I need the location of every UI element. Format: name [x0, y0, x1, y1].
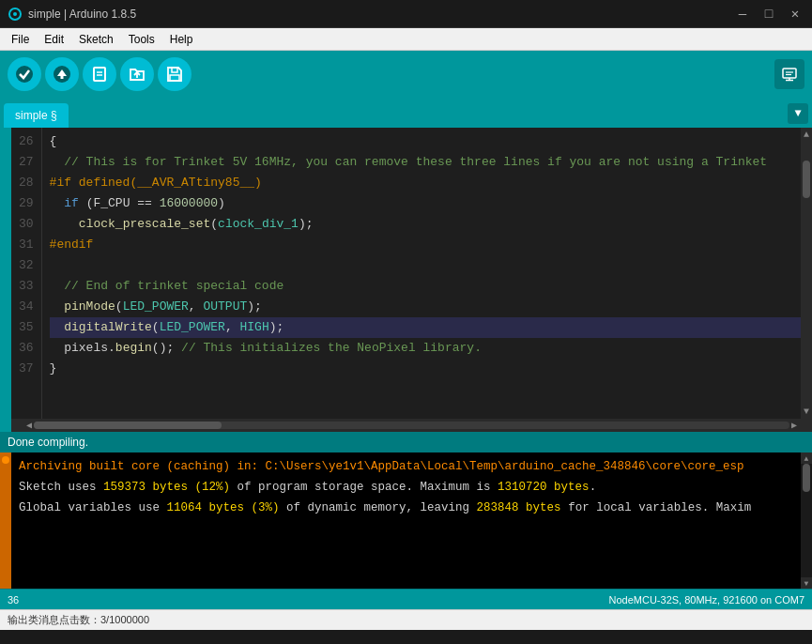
menu-edit[interactable]: Edit	[37, 31, 71, 48]
line-numbers: 26 27 28 29 30 31 32 33 34 35 36 37	[11, 128, 42, 419]
bottom-status-bar: 36 NodeMCU-32S, 80MHz, 921600 on COM7	[0, 589, 812, 609]
app-icon	[8, 7, 23, 22]
maximize-button[interactable]: □	[759, 5, 778, 23]
new-button[interactable]	[83, 57, 116, 91]
svg-rect-11	[170, 75, 179, 81]
code-line-29: if (F_CPU == 16000000)	[50, 193, 804, 214]
code-line-26: {	[50, 131, 804, 152]
horizontal-scroll-area: ◀ ▶	[0, 419, 812, 432]
verify-button[interactable]	[8, 57, 41, 91]
tab-simple[interactable]: simple §	[4, 103, 69, 128]
very-bottom-bar: 输出类消息点击数：3/1000000	[0, 609, 812, 630]
save-button[interactable]	[158, 57, 192, 91]
menu-help[interactable]: Help	[162, 31, 201, 48]
code-line-36: pixels.begin(); // This initializes the …	[50, 338, 804, 359]
output-line-3: Global variables use 11064 bytes (3%) of…	[11, 498, 812, 518]
status-text: Done compiling.	[8, 436, 88, 449]
code-editor[interactable]: 26 27 28 29 30 31 32 33 34 35 36 37 { //…	[11, 128, 812, 419]
scroll-up-arrow[interactable]: ▲	[802, 128, 811, 142]
svg-rect-5	[61, 76, 64, 79]
output-vertical-scrollbar[interactable]: ▲ ▼	[801, 452, 812, 589]
message-count: 输出类消息点击数：3/1000000	[8, 613, 149, 627]
svg-rect-12	[783, 69, 796, 78]
output-scroll-thumb[interactable]	[803, 464, 810, 492]
output-console[interactable]: Archiving built core (caching) in: C:\Us…	[11, 452, 812, 589]
horizontal-scrollbar[interactable]: ◀ ▶	[11, 419, 812, 432]
h-scroll-container: ◀ ▶	[11, 419, 812, 432]
menu-tools[interactable]: Tools	[121, 31, 162, 48]
output-line-1: Archiving built core (caching) in: C:\Us…	[11, 456, 812, 477]
code-line-37: }	[50, 359, 804, 379]
code-line-27: // This is for Trinket 5V 16MHz, you can…	[50, 152, 804, 173]
output-scroll-down[interactable]: ▼	[801, 577, 812, 589]
minimize-button[interactable]: —	[733, 5, 752, 23]
title-bar: simple | Arduino 1.8.5 — □ ✕	[0, 0, 812, 28]
code-line-34: pinMode(LED_POWER, OUTPUT);	[50, 297, 804, 317]
line-number-display: 36	[8, 594, 19, 606]
code-line-30: clock_prescale_set(clock_div_1);	[50, 214, 804, 235]
code-line-35: digitalWrite(LED_POWER, HIGH);	[50, 317, 804, 338]
menu-bar: File Edit Sketch Tools Help	[0, 28, 812, 51]
output-scroll-up[interactable]: ▲	[801, 452, 812, 464]
output-line-2: Sketch uses 159373 bytes (12%) of progra…	[11, 477, 812, 498]
board-info: NodeMCU-32S, 80MHz, 921600 on COM7	[609, 594, 804, 606]
open-button[interactable]	[120, 57, 154, 91]
code-content[interactable]: { // This is for Trinket 5V 16MHz, you c…	[42, 128, 812, 419]
scroll-down-arrow[interactable]: ▼	[802, 405, 811, 419]
upload-button[interactable]	[45, 57, 79, 91]
code-line-32	[50, 255, 804, 276]
svg-point-1	[13, 12, 17, 16]
window-title: simple | Arduino 1.8.5	[28, 8, 136, 21]
editor-vertical-scrollbar[interactable]: ▲ ▼	[801, 128, 812, 419]
status-bar: Done compiling.	[0, 432, 812, 452]
menu-sketch[interactable]: Sketch	[71, 31, 121, 48]
left-gutter-strip	[0, 128, 11, 419]
svg-rect-10	[172, 68, 177, 72]
output-left-strip	[0, 452, 11, 589]
scroll-thumb-horizontal[interactable]	[34, 422, 222, 429]
output-scroll-track[interactable]	[801, 464, 812, 577]
tab-bar: simple § ▼	[0, 98, 812, 128]
code-line-33: // End of trinket special code	[50, 276, 804, 297]
output-area: Archiving built core (caching) in: C:\Us…	[0, 452, 812, 589]
scroll-track-horizontal[interactable]	[34, 422, 789, 429]
output-indicator	[2, 456, 9, 464]
serial-monitor-button[interactable]	[774, 59, 804, 89]
window-controls: — □ ✕	[733, 5, 804, 23]
title-bar-left: simple | Arduino 1.8.5	[8, 7, 136, 22]
code-line-31: #endif	[50, 235, 804, 255]
tab-dropdown-button[interactable]: ▼	[788, 103, 808, 124]
scroll-thumb-vertical[interactable]	[803, 161, 810, 198]
menu-file[interactable]: File	[4, 31, 37, 48]
close-button[interactable]: ✕	[786, 5, 804, 23]
scroll-left-arrow[interactable]: ◀	[24, 420, 34, 431]
scroll-right-arrow[interactable]: ▶	[789, 420, 799, 431]
svg-rect-6	[94, 68, 105, 81]
left-strip-scroll	[0, 419, 11, 432]
code-line-28: #if defined(__AVR_ATtiny85__)	[50, 173, 804, 193]
toolbar	[0, 51, 812, 98]
svg-point-2	[16, 66, 33, 83]
